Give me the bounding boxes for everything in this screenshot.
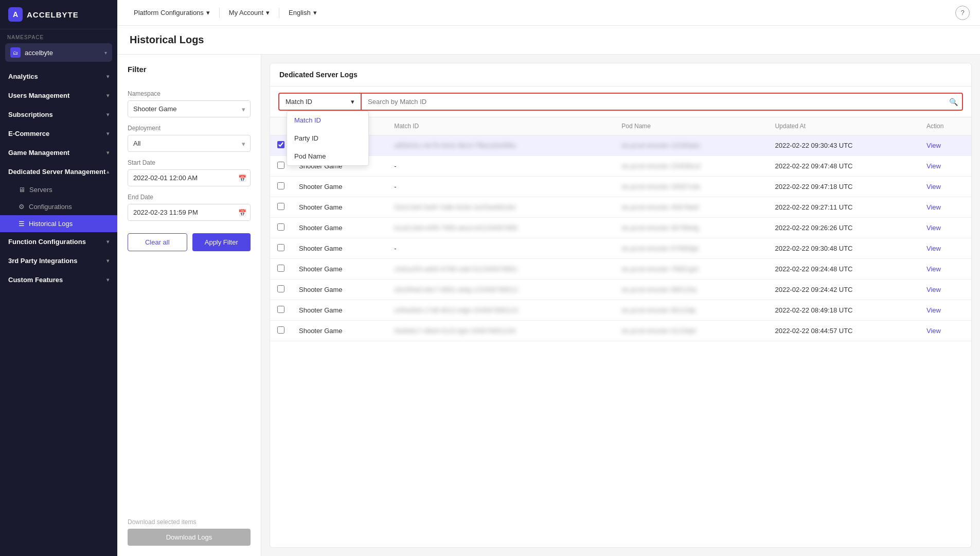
row-checkbox-cell[interactable] — [270, 321, 292, 341]
deployment-select[interactable]: All — [128, 135, 251, 152]
row-action[interactable]: View — [919, 197, 971, 218]
sidebar-item-3rd-party[interactable]: 3rd Party Integrations ▾ — [0, 251, 117, 270]
clear-all-button[interactable]: Clear all — [128, 233, 187, 251]
row-match-id: - — [387, 177, 614, 197]
chevron-right-icon: ▾ — [106, 277, 109, 283]
row-checkbox[interactable] — [277, 306, 284, 313]
col-action: Action — [919, 117, 971, 135]
row-namespace: Shooter Game — [292, 218, 387, 238]
sidebar-item-users-management[interactable]: Users Management ▾ — [0, 86, 117, 105]
view-link[interactable]: View — [926, 286, 941, 293]
namespace-filter-label: Namespace — [128, 90, 251, 97]
row-action[interactable]: View — [919, 300, 971, 321]
dropdown-item-pod-name[interactable]: Pod Name — [287, 147, 368, 165]
gear-icon: ⚙ — [19, 203, 25, 211]
end-date-input[interactable] — [128, 204, 251, 221]
view-link[interactable]: View — [926, 203, 941, 211]
sidebar-item-game-management[interactable]: Game Management ▾ — [0, 143, 117, 162]
row-updated-at: 2022-02-22 09:27:11 UTC — [768, 197, 919, 218]
platform-configurations-button[interactable]: Platform Configurations ▾ — [128, 6, 216, 20]
row-checkbox-cell[interactable] — [270, 280, 292, 300]
row-checkbox-cell[interactable] — [270, 218, 292, 238]
my-account-button[interactable]: My Account ▾ — [223, 6, 276, 20]
logs-panel-title: Dedicated Server Logs — [270, 63, 971, 86]
chevron-right-icon: ▾ — [106, 258, 109, 264]
language-label: English — [289, 9, 311, 16]
dropdown-item-match-id[interactable]: Match ID — [287, 111, 368, 129]
sidebar-sub-item-historical-logs[interactable]: ☰ Historical Logs — [0, 215, 117, 232]
view-link[interactable]: View — [926, 306, 941, 314]
download-logs-button[interactable]: Download Logs — [128, 529, 251, 546]
row-action[interactable]: View — [919, 218, 971, 238]
sidebar-item-subscriptions[interactable]: Subscriptions ▾ — [0, 105, 117, 124]
namespace-select-wrapper: Shooter Game — [128, 100, 251, 117]
row-checkbox-cell[interactable] — [270, 238, 292, 259]
chevron-down-icon: ▾ — [104, 50, 107, 56]
chevron-down-icon: ▾ — [266, 9, 270, 16]
table-row: Shooter Game b1a2c3d4-e5f6-7890-abcd-ef1… — [270, 218, 971, 238]
row-checkbox[interactable] — [277, 141, 284, 148]
page-header: Historical Logs — [117, 26, 980, 55]
sidebar-sub-item-configurations[interactable]: ⚙ Configurations — [0, 198, 117, 215]
row-checkbox-cell[interactable] — [270, 259, 292, 280]
sidebar-item-label: E-Commerce — [8, 130, 49, 137]
row-action[interactable]: View — [919, 135, 971, 156]
view-link[interactable]: View — [926, 224, 941, 232]
row-checkbox[interactable] — [277, 223, 284, 231]
dropdown-item-party-id[interactable]: Party ID — [287, 129, 368, 147]
row-namespace: Shooter Game — [292, 238, 387, 259]
row-checkbox-cell[interactable] — [270, 177, 292, 197]
row-action[interactable]: View — [919, 280, 971, 300]
platform-configurations-label: Platform Configurations — [134, 9, 204, 16]
chevron-up-icon: ▴ — [106, 169, 109, 175]
chevron-right-icon: ▾ — [106, 93, 109, 98]
row-checkbox[interactable] — [277, 244, 284, 251]
row-checkbox[interactable] — [277, 326, 284, 334]
row-action[interactable]: View — [919, 156, 971, 177]
row-checkbox[interactable] — [277, 182, 284, 189]
row-checkbox-cell[interactable] — [270, 197, 292, 218]
sidebar-item-analytics[interactable]: Analytics ▾ — [0, 67, 117, 86]
view-link[interactable]: View — [926, 142, 941, 149]
row-match-id: e3f4a5b6-c7d8-9012-efgh-234567890123 — [387, 300, 614, 321]
row-checkbox[interactable] — [277, 162, 284, 169]
view-link[interactable]: View — [926, 245, 941, 252]
start-date-input[interactable] — [128, 169, 251, 186]
search-input[interactable] — [361, 93, 963, 111]
page-title: Historical Logs — [130, 34, 204, 46]
row-pod-name: ds-prod-shooter-78901ghi — [614, 259, 768, 280]
namespace-select[interactable]: Shooter Game — [128, 100, 251, 117]
sidebar-item-function-configurations[interactable]: Function Configurations ▾ — [0, 232, 117, 251]
sidebar-sub-item-servers[interactable]: 🖥 Servers — [0, 181, 117, 198]
view-link[interactable]: View — [926, 265, 941, 273]
apply-filter-button[interactable]: Apply Filter — [192, 233, 251, 251]
topbar: Platform Configurations ▾ My Account ▾ E… — [117, 0, 980, 26]
topbar-divider — [219, 8, 220, 18]
language-button[interactable]: English ▾ — [282, 6, 323, 20]
row-checkbox[interactable] — [277, 203, 284, 210]
view-link[interactable]: View — [926, 327, 941, 335]
sidebar-item-custom-features[interactable]: Custom Features ▾ — [0, 270, 117, 289]
sidebar-item-ecommerce[interactable]: E-Commerce ▾ — [0, 124, 117, 143]
row-action[interactable]: View — [919, 259, 971, 280]
row-match-id: f4a5b6c7-d8e9-0123-fghi-345678901234 — [387, 321, 614, 341]
sidebar-item-dedicated-server-management[interactable]: Dedicated Server Management ▴ — [0, 162, 117, 181]
row-checkbox-cell[interactable] — [270, 300, 292, 321]
my-account-label: My Account — [229, 9, 263, 16]
search-type-button[interactable]: Match ID ▾ — [278, 93, 361, 111]
row-pod-name: ds-prod-shooter-34567cde — [614, 177, 768, 197]
chevron-right-icon: ▾ — [106, 74, 109, 79]
row-pod-name: ds-prod-shooter-12345abc — [614, 135, 768, 156]
row-match-id: f1b2c3d4-5e6f-7a8b-9c0d-1e2f3a4b5c6d — [387, 197, 614, 218]
row-checkbox[interactable] — [277, 285, 284, 292]
row-checkbox[interactable] — [277, 265, 284, 272]
help-button[interactable]: ? — [955, 6, 970, 20]
view-link[interactable]: View — [926, 162, 941, 170]
row-action[interactable]: View — [919, 177, 971, 197]
view-link[interactable]: View — [926, 183, 941, 190]
row-action[interactable]: View — [919, 321, 971, 341]
search-icon: 🔍 — [949, 98, 958, 106]
namespace-selector[interactable]: 🗂 accelbyte ▾ — [5, 43, 112, 62]
row-action[interactable]: View — [919, 238, 971, 259]
row-namespace: Shooter Game — [292, 177, 387, 197]
